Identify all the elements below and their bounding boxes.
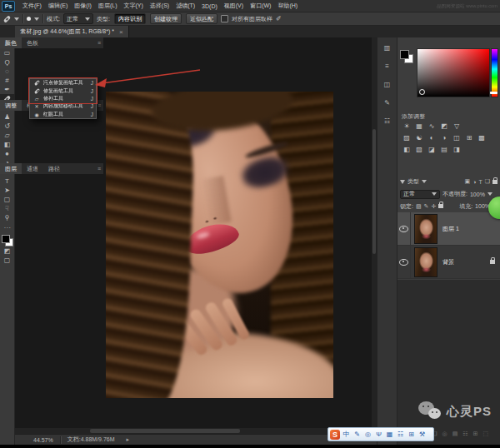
zoom-level[interactable]: 44.57% <box>33 437 53 443</box>
history-panel-icon[interactable]: ▥ <box>380 42 394 53</box>
caret-down-icon[interactable] <box>422 180 427 183</box>
clone-source-panel-icon[interactable]: ☷ <box>380 116 394 127</box>
spot-healing-tool-icon[interactable] <box>3 15 11 22</box>
menu-3d[interactable]: 3D(D) <box>198 3 221 9</box>
ime-symbol-icon[interactable]: ◎ <box>363 431 372 438</box>
lock-position-icon[interactable]: ✛ <box>431 203 436 210</box>
tool-quick-select[interactable]: ◌ <box>1 67 14 76</box>
tab-swatches[interactable]: 色板 <box>22 37 43 48</box>
brush-size-preview[interactable] <box>27 17 31 21</box>
brightness-contrast-icon[interactable]: ☀ <box>402 122 412 131</box>
ime-mode-icon[interactable]: 中 <box>342 430 351 439</box>
tool-shape[interactable]: ▢ <box>1 195 14 204</box>
ime-hand-icon[interactable]: ☷ <box>396 431 405 438</box>
layer-thumbnail[interactable] <box>414 247 438 277</box>
tab-color[interactable]: 颜色 <box>0 37 22 48</box>
info-panel-icon[interactable]: ◫ <box>380 79 394 90</box>
tool-marquee[interactable]: ▭ <box>1 48 14 57</box>
filter-shape-layers-icon[interactable]: ❏ <box>485 178 490 185</box>
tool-lasso[interactable]: Ϙ <box>1 57 14 67</box>
tab-layers[interactable]: 图层 <box>0 163 22 174</box>
ime-toolbox-icon[interactable]: ⊞ <box>407 431 416 438</box>
tab-paths[interactable]: 路径 <box>43 163 65 174</box>
properties-panel-icon[interactable]: ≡ <box>380 61 394 72</box>
panel-menu-icon[interactable]: ≡ <box>98 100 103 111</box>
layer-row-background[interactable]: 背景 <box>398 246 500 279</box>
photo-filter-icon[interactable]: ◑ <box>439 133 449 142</box>
opacity-value[interactable]: 100% <box>470 192 485 197</box>
type-content-aware-button[interactable]: 内容识别 <box>114 13 146 24</box>
tool-zoom[interactable]: ⚲ <box>1 213 14 222</box>
foreground-color-chip[interactable] <box>400 50 409 59</box>
menu-type[interactable]: 文字(Y) <box>120 2 146 10</box>
menu-layer[interactable]: 图层(L) <box>95 2 121 10</box>
tool-gradient[interactable]: ◧ <box>1 140 14 149</box>
blend-mode-dropdown[interactable]: 正常 <box>63 13 93 24</box>
tool-clone-stamp[interactable]: ♟ <box>1 112 14 122</box>
photo-document[interactable] <box>106 92 333 398</box>
filter-pixel-layers-icon[interactable]: ▣ <box>465 178 471 185</box>
panel-menu-icon[interactable]: ≡ <box>98 37 103 48</box>
tool-crop[interactable]: # <box>1 76 14 85</box>
color-marker[interactable] <box>419 89 425 95</box>
tool-path-select[interactable]: ➤ <box>1 186 14 195</box>
layer-name[interactable]: 背景 <box>442 258 454 266</box>
ime-mic-icon[interactable]: Ψ <box>374 431 383 438</box>
sample-all-layers-checkbox[interactable] <box>221 15 228 22</box>
channel-mixer-icon[interactable]: ◫ <box>452 133 462 142</box>
exposure-icon[interactable]: ◩ <box>439 122 449 131</box>
ime-wrench-icon[interactable]: ⚒ <box>418 431 427 438</box>
foreground-color-swatch[interactable] <box>2 235 10 243</box>
layer-name[interactable]: 图层 1 <box>442 225 459 233</box>
layer-thumbnail[interactable] <box>414 214 438 244</box>
menu-edit[interactable]: 编辑(E) <box>45 2 71 10</box>
menu-filter[interactable]: 滤镜(T) <box>172 2 198 10</box>
posterize-icon[interactable]: ◧ <box>402 145 412 154</box>
levels-icon[interactable]: ▦ <box>414 122 424 131</box>
flyout-item-red-eye[interactable]: ◉ 红眼工具 J <box>30 111 96 118</box>
menu-image[interactable]: 图像(I) <box>71 2 95 10</box>
ime-logo[interactable]: S <box>330 430 340 440</box>
eye-icon[interactable] <box>399 226 408 232</box>
layer-row-layer1[interactable]: 图层 1 <box>398 212 500 246</box>
tool-eyedropper[interactable]: ✒ <box>1 85 14 94</box>
hue-marker[interactable] <box>490 92 498 94</box>
document-tab[interactable]: 素材.jpg @ 44.6%(图层 1, RGB/8*) * × <box>15 26 129 37</box>
menu-view[interactable]: 视图(V) <box>221 2 247 10</box>
menu-window[interactable]: 窗口(W) <box>247 2 274 10</box>
menu-file[interactable]: 文件(F) <box>19 2 45 10</box>
screen-mode-button[interactable]: ▢ <box>1 256 14 265</box>
type-proximity-match-button[interactable]: 近似匹配 <box>186 13 218 24</box>
tool-blur[interactable]: ● <box>1 149 14 158</box>
layer-blend-mode-dropdown[interactable]: 正常 <box>400 190 440 199</box>
ime-keyboard-icon[interactable]: ▦ <box>385 431 394 438</box>
curves-icon[interactable]: ∿ <box>427 122 437 131</box>
tool-history-brush[interactable]: ↺ <box>1 122 14 131</box>
vertical-scroll-thumb[interactable] <box>372 129 376 254</box>
tool-type[interactable]: T <box>1 177 14 186</box>
tab-channels[interactable]: 通道 <box>22 163 43 174</box>
horizontal-scroll-thumb[interactable] <box>90 429 240 433</box>
menu-select[interactable]: 选择(S) <box>147 2 172 10</box>
color-balance-icon[interactable]: ☯ <box>414 133 424 142</box>
saturation-brightness-map[interactable] <box>417 48 490 97</box>
tool-preset-caret-icon[interactable] <box>14 17 19 21</box>
panel-menu-icon[interactable]: ≡ <box>98 163 103 174</box>
eye-icon[interactable] <box>399 259 408 266</box>
brush-panel-icon[interactable]: ✎ <box>380 97 394 108</box>
horizontal-scrollbar[interactable] <box>15 428 372 434</box>
lock-all-icon[interactable] <box>438 204 443 208</box>
black-white-icon[interactable]: ◐ <box>427 133 437 142</box>
tool-hand[interactable]: ☟ <box>1 204 14 213</box>
quick-mask-button[interactable]: ◩ <box>1 246 14 256</box>
color-fg-bg-widget[interactable] <box>400 50 413 63</box>
edit-toolbar-icon[interactable]: ⋯ <box>4 224 11 231</box>
type-create-texture-button[interactable]: 创建纹理 <box>150 13 182 24</box>
gradient-map-icon[interactable]: ◪ <box>427 145 437 154</box>
lock-transparency-icon[interactable]: ▨ <box>416 203 422 210</box>
vibrance-icon[interactable]: ▽ <box>452 122 462 131</box>
filter-smart-objects-icon[interactable] <box>492 180 498 184</box>
selective-color-icon[interactable]: ▤ <box>439 145 449 154</box>
hue-saturation-icon[interactable]: ▨ <box>402 133 412 142</box>
ime-pen-icon[interactable]: ✎ <box>352 431 362 438</box>
